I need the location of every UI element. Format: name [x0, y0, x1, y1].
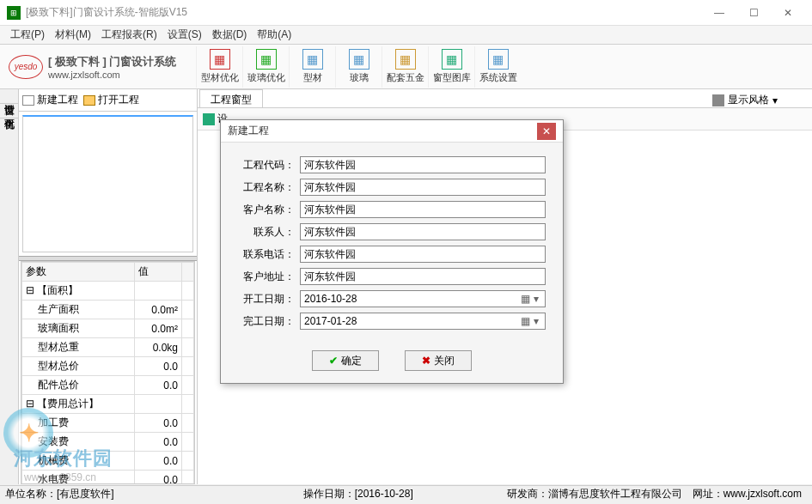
- left-vertical-tabs: 窗型设计 下料优化: [0, 89, 19, 484]
- display-style-dropdown[interactable]: 显示风格: [728, 93, 769, 107]
- x-icon: ✖: [422, 355, 430, 367]
- toolbar-btn-3[interactable]: ▦玻璃: [335, 46, 382, 88]
- input-name[interactable]: [300, 179, 546, 196]
- param-name: 加工费: [22, 414, 135, 433]
- toolbar-icon: ▦: [302, 49, 323, 70]
- maximize-button[interactable]: ☐: [736, 0, 771, 26]
- lbl-addr: 客户地址：: [238, 270, 295, 284]
- param-value: 0.0: [134, 357, 181, 376]
- display-icon: [712, 94, 724, 106]
- brand: yesdo [ 极致下料 ] 门窗设计系统 www.jzxlsoft.com: [0, 54, 196, 80]
- brand-title: [ 极致下料 ] 门窗设计系统: [48, 54, 177, 70]
- menu-report[interactable]: 工程报表(R): [96, 26, 162, 44]
- toolbar: yesdo [ 极致下料 ] 门窗设计系统 www.jzxlsoft.com ▦…: [0, 45, 812, 89]
- menu-data[interactable]: 数据(D): [207, 26, 253, 44]
- lbl-start: 开工日期：: [238, 292, 295, 307]
- date-start[interactable]: 2016-10-28▦▾: [300, 290, 546, 307]
- param-name: 水电费: [22, 471, 135, 485]
- input-contact[interactable]: [300, 223, 546, 240]
- vtab-optimize[interactable]: 下料优化: [0, 104, 18, 118]
- close-button[interactable]: ✕: [771, 0, 805, 26]
- cancel-button[interactable]: ✖关闭: [405, 350, 472, 371]
- toolbar-btn-1[interactable]: ▦玻璃优化: [242, 46, 289, 88]
- date-end[interactable]: 2017-01-28▦▾: [300, 313, 546, 330]
- param-value: 0.0m²: [134, 319, 181, 338]
- lbl-code: 工程代码：: [238, 158, 295, 173]
- chevron-down-icon: ▾: [531, 315, 541, 327]
- param-hdr-val: 值: [134, 263, 181, 282]
- new-project-button[interactable]: 新建工程: [22, 93, 78, 107]
- toolbar-btn-6[interactable]: ▦系统设置: [474, 46, 521, 88]
- open-project-button[interactable]: 打开工程: [83, 93, 139, 107]
- brand-url: www.jzxlsoft.com: [48, 70, 177, 80]
- calendar-icon: ▦: [519, 293, 531, 305]
- input-phone[interactable]: [300, 246, 546, 263]
- new-project-dialog: 新建工程 ✕ 工程代码： 工程名称： 客户名称： 联系人： 联系电话： 客户地址…: [220, 119, 564, 384]
- toolbar-icon: ▦: [210, 49, 230, 70]
- status-company: 单位名称：[有思度软件]: [5, 487, 114, 501]
- window-title: [极致下料]门窗设计系统-智能版V15: [26, 5, 702, 20]
- toolbar-btn-4[interactable]: ▦配套五金: [382, 46, 428, 88]
- param-value: 0.0kg: [134, 338, 181, 357]
- param-name: 安装费: [22, 433, 135, 452]
- param-value: 0.0: [134, 376, 181, 395]
- new-file-icon: [22, 95, 34, 106]
- toolbar-btn-2[interactable]: ▦型材: [289, 46, 335, 88]
- param-hdr-name: 参数: [22, 263, 135, 282]
- calendar-icon: ▦: [519, 315, 531, 327]
- toolbar-btn-5[interactable]: ▦窗型图库: [428, 46, 474, 88]
- chevron-down-icon: ▾: [772, 94, 778, 106]
- param-group: ⊟ 【面积】: [22, 282, 135, 301]
- vtab-design[interactable]: 窗型设计: [0, 89, 18, 104]
- menu-material[interactable]: 材料(M): [50, 26, 96, 44]
- input-client[interactable]: [300, 201, 546, 218]
- project-tree[interactable]: [22, 115, 193, 252]
- toolbar-btn-0[interactable]: ▦型材优化: [196, 46, 242, 88]
- param-name: 生产面积: [22, 301, 135, 319]
- param-value: 0.0: [134, 414, 181, 433]
- toolbar-icon: ▦: [395, 49, 416, 70]
- chevron-down-icon: ▾: [531, 293, 541, 305]
- check-icon: ✔: [329, 355, 338, 367]
- ok-button[interactable]: ✔确定: [312, 350, 379, 371]
- param-table: 参数值 ⊟ 【面积】生产面积0.0m²玻璃面积0.0m²型材总重0.0kg型材总…: [21, 261, 195, 484]
- param-name: 玻璃面积: [22, 319, 135, 338]
- dialog-title: 新建工程: [228, 124, 537, 138]
- menubar: 工程(P) 材料(M) 工程报表(R) 设置(S) 数据(D) 帮助(A): [0, 26, 812, 45]
- param-name: 机械费: [22, 452, 135, 471]
- param-name: 配件总价: [22, 376, 135, 395]
- menu-project[interactable]: 工程(P): [5, 26, 50, 44]
- status-dev: 研发商：淄博有思度软件工程有限公司 网址：www.jzxlsoft.com: [507, 487, 802, 501]
- param-name: 型材总价: [22, 357, 135, 376]
- menu-help[interactable]: 帮助(A): [252, 26, 296, 44]
- param-name: 型材总重: [22, 338, 135, 357]
- input-code[interactable]: [300, 156, 546, 173]
- dialog-close-button[interactable]: ✕: [537, 123, 556, 140]
- app-icon: ⊞: [7, 6, 21, 20]
- toolbar-icon: ▦: [256, 49, 277, 70]
- toolbar-icon: ▦: [442, 49, 462, 70]
- toolbar-icon: ▦: [349, 49, 369, 70]
- lbl-client: 客户名称：: [238, 203, 295, 217]
- status-date: 操作日期：[2016-10-28]: [303, 487, 413, 501]
- param-value: 0.0m²: [134, 301, 181, 319]
- lbl-end: 完工日期：: [238, 314, 295, 329]
- lbl-name: 工程名称：: [238, 180, 295, 195]
- param-value: 0.0: [134, 471, 181, 485]
- folder-open-icon: [83, 95, 95, 106]
- minimize-button[interactable]: —: [702, 0, 736, 26]
- input-addr[interactable]: [300, 268, 546, 285]
- left-panel: 新建工程 打开工程 参数值 ⊟ 【面积】生产面积0.0m²玻璃面积0.0m²型材…: [19, 89, 198, 484]
- statusbar: 单位名称：[有思度软件] 操作日期：[2016-10-28] 研发商：淄博有思度…: [0, 485, 812, 502]
- brand-logo: yesdo: [9, 55, 43, 79]
- main-tab[interactable]: 工程窗型: [199, 89, 263, 107]
- gear-icon: [203, 113, 215, 125]
- param-group: ⊟ 【费用总计】: [22, 395, 135, 414]
- lbl-phone: 联系电话：: [238, 247, 295, 262]
- toolbar-icon: ▦: [488, 49, 509, 70]
- lbl-contact: 联系人：: [238, 225, 295, 240]
- param-value: 0.0: [134, 433, 181, 452]
- titlebar: ⊞ [极致下料]门窗设计系统-智能版V15 — ☐ ✕: [0, 0, 812, 26]
- menu-settings[interactable]: 设置(S): [162, 26, 207, 44]
- param-value: 0.0: [134, 452, 181, 471]
